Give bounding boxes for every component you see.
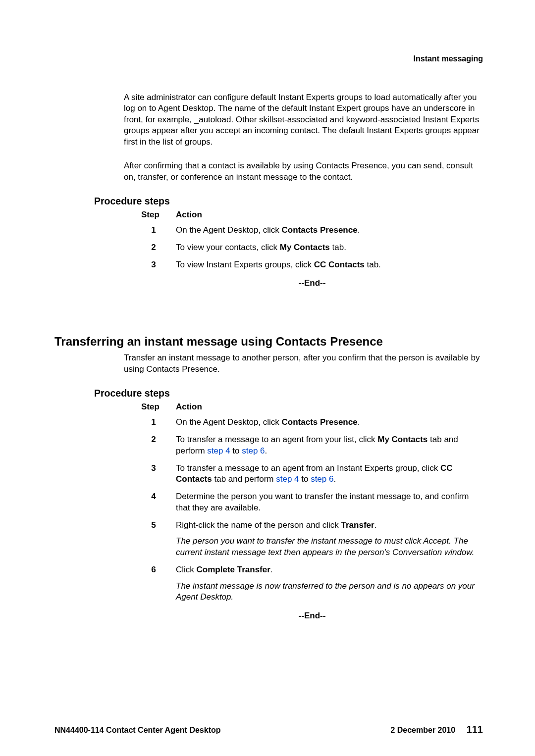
step-number: 2 bbox=[141, 434, 176, 457]
step-text-bold: Complete Transfer bbox=[197, 565, 270, 574]
procedure-2-step-1: 1 On the Agent Desktop, click Contacts P… bbox=[141, 417, 483, 428]
cross-ref-link[interactable]: step 6 bbox=[311, 474, 333, 484]
cross-ref-link[interactable]: step 4 bbox=[276, 474, 299, 484]
procedure-2-step-6: 6 Click Complete Transfer. The instant m… bbox=[141, 564, 483, 603]
step-action: To view your contacts, click My Contacts… bbox=[176, 242, 483, 253]
procedure-2-step-3: 3 To transfer a message to an agent from… bbox=[141, 463, 483, 486]
step-text-post: . bbox=[358, 225, 360, 235]
procedure-1-steps: Step Action 1 On the Agent Desktop, clic… bbox=[141, 210, 483, 288]
step-action: To transfer a message to an agent from a… bbox=[176, 463, 483, 486]
footer-right: 2 December 2010 111 bbox=[390, 724, 483, 735]
procedure-1-step-1: 1 On the Agent Desktop, click Contacts P… bbox=[141, 225, 483, 236]
step-text-post: . bbox=[270, 565, 273, 574]
col-action-label: Action bbox=[176, 210, 202, 220]
step-text-bold: Contacts Presence bbox=[282, 225, 358, 235]
step-text-pre: Right-click the name of the person and c… bbox=[176, 520, 341, 530]
step-text-bold: Transfer bbox=[341, 520, 374, 530]
col-step-label: Step bbox=[141, 402, 176, 412]
step-text-post2: . bbox=[265, 446, 268, 455]
step-text-post: tab. bbox=[330, 243, 346, 252]
intro-paragraph-1: A site administrator can configure defau… bbox=[124, 92, 483, 148]
step-action: To transfer a message to an agent from y… bbox=[176, 434, 483, 457]
step-text-post: tab. bbox=[365, 260, 381, 269]
step-number: 1 bbox=[141, 417, 176, 428]
step-text-pre: On the Agent Desktop, click bbox=[176, 225, 282, 235]
section-header: Instant messaging bbox=[54, 54, 483, 63]
section-2-intro: Transfer an instant message to another p… bbox=[124, 353, 483, 375]
procedure-1-end: --End-- bbox=[141, 278, 483, 288]
step-number: 3 bbox=[141, 259, 176, 271]
step-action: Determine the person you want to transfe… bbox=[176, 491, 483, 514]
page-footer: NN44400-114 Contact Center Agent Desktop… bbox=[54, 724, 483, 735]
footer-date: 2 December 2010 bbox=[390, 726, 455, 734]
step-text-bold: Contacts Presence bbox=[282, 417, 358, 427]
procedure-2-step-5: 5 Right-click the name of the person and… bbox=[141, 520, 483, 558]
procedure-1-heading: Procedure steps bbox=[94, 196, 483, 207]
step-text-post: . bbox=[358, 417, 360, 427]
step-number: 3 bbox=[141, 463, 176, 486]
procedure-1-step-3: 3 To view Instant Experts groups, click … bbox=[141, 259, 483, 271]
cross-ref-link[interactable]: step 4 bbox=[207, 446, 230, 455]
step-number: 5 bbox=[141, 520, 176, 558]
procedure-2-heading: Procedure steps bbox=[94, 388, 483, 399]
step-text-post1: tab and perform bbox=[212, 474, 276, 484]
step-text-pre: To transfer a message to an agent from a… bbox=[176, 463, 440, 473]
step-action: Right-click the name of the person and c… bbox=[176, 520, 483, 558]
procedure-2-columns: Step Action bbox=[141, 402, 483, 412]
procedure-2-end: --End-- bbox=[141, 611, 483, 621]
footer-page-number: 111 bbox=[467, 724, 483, 735]
step-number: 2 bbox=[141, 242, 176, 253]
step-text-bold: My Contacts bbox=[377, 435, 428, 444]
step-number: 4 bbox=[141, 491, 176, 514]
step-text-post2: . bbox=[333, 474, 336, 484]
procedure-2-step-2: 2 To transfer a message to an agent from… bbox=[141, 434, 483, 457]
step-note: The instant message is now transferred t… bbox=[176, 581, 483, 604]
procedure-1-columns: Step Action bbox=[141, 210, 483, 220]
section-2-title: Transferring an instant message using Co… bbox=[54, 335, 483, 349]
procedure-2-steps: Step Action 1 On the Agent Desktop, clic… bbox=[141, 402, 483, 621]
step-action: On the Agent Desktop, click Contacts Pre… bbox=[176, 417, 483, 428]
step-text-post: . bbox=[374, 520, 377, 530]
step-text-bold: My Contacts bbox=[280, 243, 330, 252]
intro-paragraph-2: After confirming that a contact is avail… bbox=[124, 160, 483, 183]
col-action-label: Action bbox=[176, 402, 202, 412]
footer-doc-id: NN44400-114 Contact Center Agent Desktop bbox=[54, 726, 221, 735]
step-text-mid: to bbox=[299, 474, 311, 484]
step-action: On the Agent Desktop, click Contacts Pre… bbox=[176, 225, 483, 236]
step-text-pre: On the Agent Desktop, click bbox=[176, 417, 282, 427]
procedure-1-step-2: 2 To view your contacts, click My Contac… bbox=[141, 242, 483, 253]
step-note: The person you want to transfer the inst… bbox=[176, 536, 483, 558]
step-text-pre: Click bbox=[176, 565, 197, 574]
cross-ref-link[interactable]: step 6 bbox=[242, 446, 265, 455]
step-number: 6 bbox=[141, 564, 176, 603]
step-action: To view Instant Experts groups, click CC… bbox=[176, 259, 483, 271]
procedure-2-step-4: 4 Determine the person you want to trans… bbox=[141, 491, 483, 514]
step-text-pre: To transfer a message to an agent from y… bbox=[176, 435, 377, 444]
step-number: 1 bbox=[141, 225, 176, 236]
step-text-mid: to bbox=[230, 446, 242, 455]
step-text-bold: CC Contacts bbox=[314, 260, 365, 269]
step-action: Click Complete Transfer. The instant mes… bbox=[176, 564, 483, 603]
col-step-label: Step bbox=[141, 210, 176, 220]
page-root: Instant messaging A site administrator c… bbox=[0, 0, 535, 756]
step-text-pre: To view your contacts, click bbox=[176, 243, 280, 252]
step-text-pre: To view Instant Experts groups, click bbox=[176, 260, 314, 269]
